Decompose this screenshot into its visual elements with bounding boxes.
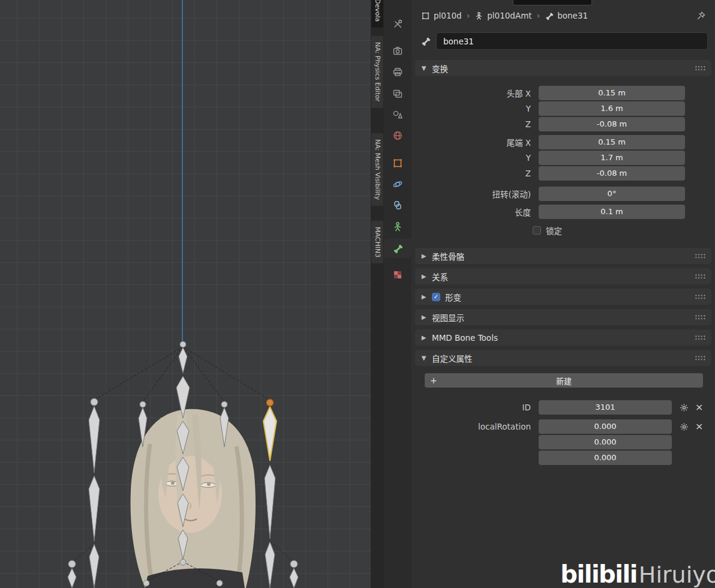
head-y-field[interactable]: 1.6 m	[539, 101, 685, 116]
drag-grip-icon[interactable]	[695, 253, 706, 259]
side-tab-machin3[interactable]: MACHIN3	[371, 221, 383, 263]
custom-properties-body: + 新建 ID 3101 × localRotation 0.000	[415, 366, 711, 466]
chevron-right-icon: ›	[466, 11, 471, 20]
custom-prop-row-localrotation-2: 0.000	[415, 450, 711, 466]
gear-icon[interactable]	[680, 403, 689, 412]
prop-label: ID	[415, 403, 539, 412]
section-header-relations[interactable]: ▶ 关系	[415, 268, 711, 284]
prop-row-head-z: Z -0.08 m	[415, 116, 711, 132]
drag-grip-icon[interactable]	[695, 335, 706, 340]
properties-tab-column	[384, 0, 411, 588]
bone-name-value: bone31	[443, 37, 474, 46]
tab-bone[interactable]	[384, 239, 411, 258]
tab-scene[interactable]	[384, 105, 411, 124]
bone-name-input[interactable]: bone31	[436, 32, 708, 50]
localrotation-field-0[interactable]: 0.000	[539, 419, 672, 434]
drag-grip-icon[interactable]	[695, 274, 706, 279]
delete-icon[interactable]: ×	[695, 422, 703, 431]
section-title: 自定义属性	[432, 352, 473, 364]
bone-icon	[392, 243, 403, 254]
new-property-button[interactable]: + 新建	[425, 373, 703, 388]
prop-row-head-x: 头部 X 0.15 m	[415, 85, 711, 101]
side-tab-mesh-visibility[interactable]: NA: Mesh Visibility	[371, 133, 383, 206]
constraints-icon	[392, 200, 403, 211]
head-x-field[interactable]: 0.15 m	[539, 86, 685, 100]
section-title: MMD Bone Tools	[432, 333, 498, 343]
armature-bones	[68, 341, 298, 588]
tab-constraints[interactable]	[384, 196, 411, 215]
id-value-field[interactable]: 3101	[539, 400, 672, 415]
section-header-custom-properties[interactable]: ▼ 自定义属性	[415, 350, 711, 366]
breadcrumb-bone[interactable]: bone31	[545, 11, 588, 20]
drag-grip-icon[interactable]	[695, 294, 706, 299]
tail-y-field[interactable]: 1.7 m	[539, 151, 685, 165]
tab-world[interactable]	[384, 126, 411, 145]
tab-render[interactable]	[384, 41, 411, 61]
localrotation-field-2[interactable]: 0.000	[539, 451, 672, 465]
tab-armature-data[interactable]	[384, 217, 411, 236]
section-header-bendy-bones[interactable]: ▶ 柔性骨骼	[415, 248, 711, 264]
watermark-username: Hiruiyo	[639, 562, 715, 588]
section-header-transform[interactable]: ▼ 变换	[415, 60, 711, 76]
tail-z-field[interactable]: -0.08 m	[539, 166, 685, 181]
lock-row: 锁定	[415, 223, 711, 238]
side-tab-physics-editor[interactable]: NA: Physics Editor	[371, 36, 383, 108]
viewport-canvas[interactable]	[0, 0, 371, 588]
side-tab-devola[interactable]: Devola	[371, 0, 383, 28]
sidebar-tab-strip: Devola NA: Physics Editor NA: Mesh Visib…	[371, 0, 384, 588]
world-icon	[392, 130, 403, 141]
chevron-down-icon: ▼	[420, 65, 427, 71]
new-property-label: 新建	[425, 375, 703, 386]
section-title: 关系	[432, 271, 448, 283]
chevron-right-icon: ▶	[420, 334, 427, 341]
deform-checkbox[interactable]: ✓	[432, 293, 440, 301]
prop-row-length: 长度 0.1 m	[415, 204, 711, 220]
delete-icon[interactable]: ×	[695, 403, 703, 412]
tab-tool[interactable]	[384, 14, 411, 34]
tail-x-field[interactable]: 0.15 m	[539, 135, 685, 149]
tab-output[interactable]	[384, 62, 411, 82]
prop-row-head-y: Y 1.6 m	[415, 101, 711, 116]
prop-label: 长度	[415, 206, 539, 218]
tab-object[interactable]	[384, 154, 411, 173]
physics-icon	[392, 179, 403, 190]
head-z-field[interactable]: -0.08 m	[539, 117, 685, 131]
lock-checkbox[interactable]	[533, 226, 541, 235]
prop-row-tail-x: 尾端 X 0.15 m	[415, 134, 711, 150]
render-icon	[392, 46, 403, 56]
section-header-deform[interactable]: ▶ ✓ 形变	[415, 289, 711, 305]
drag-grip-icon[interactable]	[695, 355, 706, 361]
localrotation-field-1[interactable]: 0.000	[539, 435, 672, 449]
bone-name-row: bone31	[411, 31, 715, 55]
viewport-3d[interactable]	[0, 0, 371, 588]
drag-grip-icon[interactable]	[695, 65, 706, 71]
length-field[interactable]: 0.1 m	[539, 205, 685, 219]
side-tab-label: MACHIN3	[374, 227, 381, 257]
roll-field[interactable]: 0°	[539, 187, 685, 201]
bone-icon	[420, 36, 431, 46]
panel-sections: ▼ 变换 头部 X 0.15 m Y 1.6 m Z -0.08 m 尾	[411, 55, 715, 466]
prop-label: Y	[415, 153, 539, 163]
character-model	[131, 409, 256, 588]
chevron-right-icon: ▶	[420, 253, 427, 259]
lock-label: 锁定	[546, 224, 562, 236]
section-header-viewport-display[interactable]: ▶ 视图显示	[415, 309, 711, 325]
side-tab-label: NA: Mesh Visibility	[374, 139, 381, 200]
tab-physics[interactable]	[384, 175, 411, 194]
bone-icon	[545, 11, 554, 20]
breadcrumb-object[interactable]: pl010d	[421, 11, 462, 20]
custom-prop-row-localrotation-1: 0.000	[415, 434, 711, 450]
tab-view-layer[interactable]	[384, 84, 411, 103]
prop-row-tail-y: Y 1.7 m	[415, 150, 711, 166]
gear-icon[interactable]	[680, 422, 689, 431]
breadcrumb-armature-label: pl010dAmt	[487, 11, 531, 20]
tab-texture[interactable]	[384, 265, 411, 284]
prop-row-roll: 扭转(滚动) 0°	[415, 186, 711, 202]
breadcrumb-armature[interactable]: pl010dAmt	[474, 11, 531, 20]
selected-bone[interactable]	[263, 399, 277, 461]
section-header-mmd-bone-tools[interactable]: ▶ MMD Bone Tools	[415, 329, 711, 346]
prop-actions: ×	[680, 422, 703, 431]
section-title: 形变	[445, 291, 461, 303]
drag-grip-icon[interactable]	[695, 314, 706, 320]
pin-button[interactable]	[696, 11, 706, 21]
